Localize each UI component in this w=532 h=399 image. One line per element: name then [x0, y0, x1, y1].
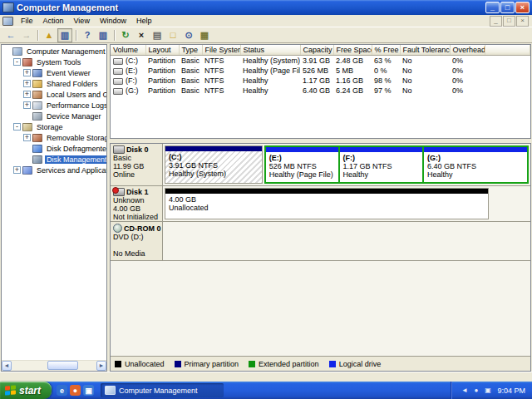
column-header-fault-tolerance[interactable]: Fault Tolerance: [400, 45, 450, 56]
column-header--free[interactable]: % Free: [372, 45, 400, 56]
tray-icons: ◄●▣: [460, 386, 492, 395]
refresh-icon[interactable]: ↻: [118, 28, 133, 42]
unallocated-region[interactable]: 4.00 GBUnallocated: [165, 188, 489, 219]
task-button-computer-management[interactable]: Computer Management: [101, 383, 224, 397]
volume-row[interactable]: (F:)PartitionBasicNTFSHealthy1.17 GB1.16…: [111, 76, 530, 86]
cdrom-0-info[interactable]: CD-ROM 0DVD (D:)No Media: [111, 222, 163, 260]
volume-row[interactable]: (C:)PartitionBasicNTFSHealthy (System)3.…: [111, 56, 530, 66]
ie-icon[interactable]: e: [57, 385, 67, 396]
column-header-type[interactable]: Type: [179, 45, 202, 56]
volume-cell: 1.17 GB: [300, 76, 333, 86]
up-one-level-icon[interactable]: ▲: [42, 28, 57, 42]
extended-partition[interactable]: (E:)526 MB NTFSHealthy (Page File)(F:)1.…: [264, 145, 529, 184]
tree-item-disk-defragmenter[interactable]: Disk Defragmenter: [2, 143, 106, 154]
properties-icon[interactable]: ▤: [150, 28, 165, 42]
expand-icon[interactable]: +: [23, 69, 31, 76]
scroll-left-icon[interactable]: ◄: [2, 361, 12, 371]
expand-icon[interactable]: +: [23, 134, 31, 141]
tree-item-local-users-and-groups[interactable]: +Local Users and Groups: [2, 89, 106, 100]
scroll-right-icon[interactable]: ►: [96, 361, 106, 371]
tree-item-device-manager[interactable]: Device Manager: [2, 111, 106, 121]
partition-g[interactable]: (G:)6.40 GB NTFSHealthy: [424, 147, 527, 182]
forward-icon[interactable]: →: [19, 28, 34, 42]
messenger-icon[interactable]: ▣: [83, 385, 94, 396]
open-folder-icon[interactable]: □: [165, 28, 180, 42]
tree-horizontal-scrollbar[interactable]: ◄ ►: [2, 360, 106, 371]
disk-1-info[interactable]: Disk 1Unknown4.00 GBNot Initialized: [111, 186, 163, 221]
column-header-file-system[interactable]: File System: [202, 45, 240, 56]
tree-item-storage[interactable]: -Storage: [2, 121, 106, 132]
safely-remove-icon[interactable]: ●: [471, 386, 480, 395]
tree-item-shared-folders[interactable]: +Shared Folders: [2, 78, 106, 89]
back-icon[interactable]: ←: [3, 28, 18, 42]
restore-button[interactable]: □: [500, 2, 515, 13]
partition-e[interactable]: (E:)526 MB NTFSHealthy (Page File): [266, 147, 338, 182]
column-header-capacity[interactable]: Capacity: [300, 45, 333, 56]
close-button[interactable]: ×: [515, 2, 530, 13]
minimize-button[interactable]: _: [485, 2, 500, 13]
app-icon: [2, 2, 14, 12]
volume-row[interactable]: (G:)PartitionBasicNTFSHealthy6.40 GB6.24…: [111, 86, 530, 96]
child-restore-button[interactable]: □: [503, 16, 515, 27]
volume-cell: NTFS: [202, 66, 240, 76]
volume-cell: (C:): [111, 56, 145, 66]
taskbar-clock[interactable]: 9:04 PM: [495, 387, 525, 395]
firefox-icon[interactable]: ●: [70, 385, 81, 396]
volume-icon[interactable]: ◄: [460, 386, 469, 395]
users-groups-icon: [32, 91, 42, 99]
disk-1-title: Disk 1: [113, 188, 160, 196]
volume-row[interactable]: (E:)PartitionBasicNTFSHealthy (Page File…: [111, 66, 530, 76]
menu-view[interactable]: View: [69, 16, 95, 26]
collapse-icon[interactable]: -: [13, 58, 21, 66]
column-header-layout[interactable]: Layout: [145, 45, 179, 56]
new-window-icon[interactable]: ▥: [96, 28, 111, 42]
column-header-free-space[interactable]: Free Space: [333, 45, 372, 56]
tree-item-event-viewer[interactable]: +Event Viewer: [2, 67, 106, 78]
scrollbar-thumb[interactable]: [47, 361, 78, 370]
help-window-icon[interactable]: ?: [80, 28, 95, 42]
legend-item-logical-drive: Logical drive: [329, 360, 382, 368]
partition-f[interactable]: (F:)1.17 GB NTFSHealthy: [340, 147, 422, 182]
collapse-icon[interactable]: -: [13, 123, 21, 131]
volume-cell: (E:): [111, 66, 145, 76]
show-console-tree-icon[interactable]: ▥: [57, 28, 72, 42]
child-minimize-button[interactable]: _: [490, 16, 502, 27]
menu-bar: FileActionViewWindowHelp _□×: [0, 15, 532, 27]
tree-item-disk-management[interactable]: Disk Management: [2, 154, 106, 165]
start-button[interactable]: start: [0, 382, 52, 399]
expand-icon[interactable]: +: [23, 91, 31, 98]
disk-0-info[interactable]: Disk 0Basic11.99 GBOnline: [111, 144, 163, 185]
scrollbar-track[interactable]: [12, 361, 96, 371]
partition-label: Healthy: [427, 170, 527, 179]
tree-item-services-and-applications[interactable]: +Services and Applications: [2, 165, 106, 175]
tree-item-removable-storage[interactable]: +Removable Storage: [2, 132, 106, 143]
services-icon: [22, 166, 32, 175]
partition-label: 526 MB NTFS: [269, 162, 338, 170]
tree-item-system-tools[interactable]: -System Tools: [2, 57, 106, 67]
volume-cell: Partition: [145, 76, 179, 86]
menu-help[interactable]: Help: [131, 16, 157, 26]
disk-error-icon: [113, 188, 125, 196]
console-window-icon: [2, 17, 13, 26]
volume-cell: 526 MB: [300, 66, 333, 76]
window-titlebar[interactable]: Computer Management _□×: [0, 0, 532, 15]
column-header-overhead[interactable]: Overhead: [450, 45, 485, 56]
console-icon[interactable]: ▦: [197, 28, 212, 42]
delete-icon[interactable]: ×: [134, 28, 149, 42]
child-close-button[interactable]: ×: [516, 16, 529, 27]
column-header-volume[interactable]: Volume: [111, 45, 145, 56]
column-header-status[interactable]: Status: [240, 45, 300, 56]
expand-icon[interactable]: +: [13, 166, 21, 174]
volume-cell: 5 MB: [333, 66, 372, 76]
menu-action[interactable]: Action: [38, 16, 69, 26]
partition-c[interactable]: (C:)3.91 GB NTFSHealthy (System): [165, 145, 263, 184]
tree-item-performance-logs-and-alerts[interactable]: +Performance Logs and Alerts: [2, 100, 106, 111]
menu-window[interactable]: Window: [95, 16, 131, 26]
network-icon[interactable]: ▣: [483, 386, 492, 395]
expand-icon[interactable]: +: [23, 80, 31, 87]
find-icon[interactable]: ⊙: [181, 28, 196, 42]
tree-item-computer-management-local[interactable]: Computer Management (Local): [2, 46, 106, 57]
menu-file[interactable]: File: [16, 16, 38, 26]
disk-0-row: Disk 0Basic11.99 GBOnline(C:)3.91 GB NTF…: [111, 144, 530, 186]
expand-icon[interactable]: +: [23, 101, 31, 109]
